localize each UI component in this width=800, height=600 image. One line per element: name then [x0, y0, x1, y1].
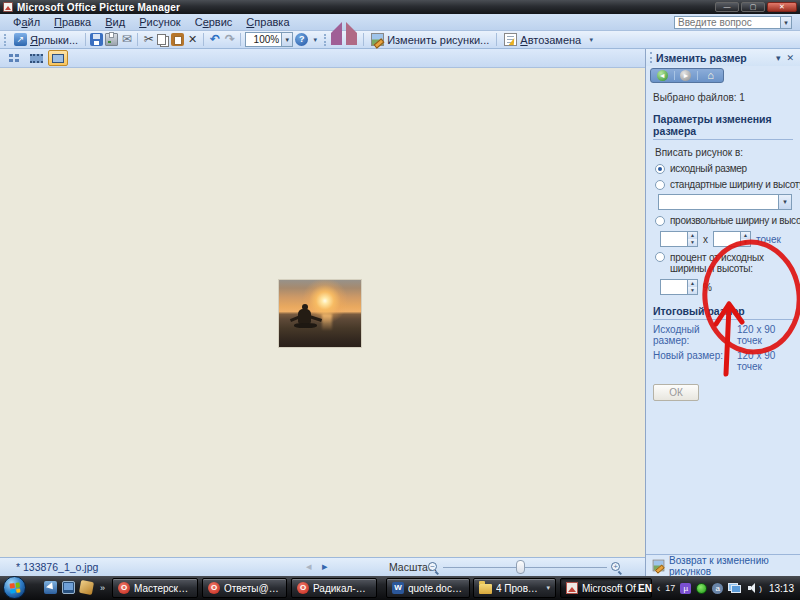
- taskbar-button-radikal[interactable]: O Радикал-Фот...: [291, 578, 377, 598]
- tray-17-icon[interactable]: 17: [665, 583, 675, 593]
- ok-button[interactable]: ОК: [653, 384, 699, 401]
- shortcuts-button[interactable]: ↗ Ярлыки...: [11, 32, 81, 47]
- green-status-tray-icon[interactable]: [696, 583, 707, 594]
- radio-percent-size[interactable]: процент от исходных ширины и высоты:: [655, 252, 800, 274]
- previous-picture-icon[interactable]: ◂: [306, 560, 312, 573]
- quick-launch-chevron-icon[interactable]: »: [100, 583, 105, 593]
- filmstrip-view-button[interactable]: [26, 50, 46, 66]
- taskbar-button-otvety[interactable]: O Ответы@Mail...: [202, 578, 287, 598]
- taskbar-button-masterskaya[interactable]: O Мастерская а...: [112, 578, 198, 598]
- height-stepper[interactable]: ▲▼: [713, 231, 751, 247]
- taskbar-button-word[interactable]: W quote.docx - ...: [386, 578, 470, 598]
- app-icon: [3, 2, 13, 12]
- thumbnail-view-button[interactable]: [4, 50, 24, 66]
- menu-tools[interactable]: Сервис: [188, 15, 240, 29]
- toolbar-options-icon[interactable]: ▾: [310, 37, 320, 43]
- toolbar-grip[interactable]: [324, 34, 327, 46]
- print-button[interactable]: [105, 33, 118, 46]
- radio-standard-size[interactable]: стандартные ширину и высоту:: [655, 179, 800, 190]
- task-pane-grip[interactable]: [650, 52, 653, 63]
- height-input[interactable]: [714, 232, 740, 246]
- volume-tray-icon[interactable]: [748, 583, 758, 593]
- spin-up-icon[interactable]: ▲: [688, 232, 697, 239]
- cut-button[interactable]: ✂: [142, 33, 155, 46]
- network-tray-icon[interactable]: [728, 583, 741, 593]
- radio-custom-size[interactable]: произвольные ширину и высоту:: [655, 215, 800, 226]
- spin-up-icon[interactable]: ▲: [741, 232, 750, 239]
- close-button[interactable]: ✕: [767, 2, 797, 12]
- thumbnail-view-icon: [9, 54, 20, 63]
- agent-tray-icon[interactable]: a: [712, 583, 723, 594]
- toolbar-options-icon[interactable]: ▾: [586, 37, 596, 43]
- combobox-dropdown-icon[interactable]: ▾: [778, 195, 791, 209]
- help-button[interactable]: ?: [295, 33, 308, 46]
- utorrent-tray-icon[interactable]: µ: [680, 583, 691, 594]
- menu-view[interactable]: Вид: [98, 15, 132, 29]
- task-pane-close-icon[interactable]: ✕: [784, 53, 796, 63]
- spin-down-icon[interactable]: ▼: [741, 239, 750, 246]
- sunset-photo[interactable]: [279, 280, 361, 347]
- return-to-editing-link[interactable]: Возврат к изменению рисунков: [669, 555, 800, 577]
- redo-button[interactable]: ↷: [223, 33, 236, 46]
- back-icon[interactable]: ◄: [657, 70, 668, 81]
- zoom-dropdown-icon[interactable]: ▾: [281, 33, 292, 46]
- autocorrect-button[interactable]: Автозамена: [501, 32, 584, 47]
- filmstrip-view-icon: [30, 54, 43, 63]
- paste-button[interactable]: [171, 33, 184, 46]
- zoom-slider-thumb[interactable]: [516, 560, 525, 574]
- mail-button[interactable]: ✉: [120, 33, 133, 46]
- spin-down-icon[interactable]: ▼: [688, 239, 697, 246]
- zoom-slider-track[interactable]: [443, 567, 607, 568]
- zoom-combobox[interactable]: 100% ▾: [245, 32, 293, 47]
- maximize-button[interactable]: ▢: [741, 2, 765, 12]
- ask-question-box[interactable]: ▾: [674, 16, 792, 29]
- rotate-left-button[interactable]: [331, 22, 342, 45]
- show-desktop-icon[interactable]: [62, 581, 75, 594]
- home-icon[interactable]: ⌂: [704, 70, 717, 81]
- toolbar-grip[interactable]: [4, 34, 7, 46]
- percent-input[interactable]: [661, 280, 687, 294]
- copy-button[interactable]: [157, 34, 166, 45]
- menu-edit[interactable]: Правка: [47, 15, 98, 29]
- menu-help[interactable]: Справка: [239, 15, 296, 29]
- radio-original-size[interactable]: исходный размер: [655, 163, 800, 174]
- taskbar-button-explorer-group[interactable]: 4 Проводник ▾: [473, 578, 556, 598]
- size-separator: x: [703, 234, 708, 245]
- ask-question-dropdown-icon[interactable]: ▾: [780, 17, 791, 28]
- width-input[interactable]: [661, 232, 687, 246]
- menu-picture[interactable]: Рисунок: [132, 15, 188, 29]
- ask-question-input[interactable]: [675, 17, 780, 28]
- minimize-button[interactable]: —: [715, 2, 739, 12]
- new-size-label: Новый размер:: [653, 350, 737, 372]
- next-picture-icon[interactable]: ▸: [322, 560, 328, 573]
- save-button[interactable]: [90, 33, 103, 46]
- menu-file[interactable]: Файл: [6, 15, 47, 29]
- quick-launch-icon-1[interactable]: [44, 581, 57, 594]
- title-bar: Microsoft Office Picture Manager — ▢ ✕: [0, 0, 800, 14]
- single-picture-view-button[interactable]: [48, 50, 68, 66]
- radio-icon: [655, 180, 665, 190]
- delete-button[interactable]: ✕: [186, 33, 199, 46]
- start-button[interactable]: [3, 576, 26, 599]
- width-stepper[interactable]: ▲▼: [660, 231, 698, 247]
- rotate-right-button[interactable]: [346, 22, 357, 45]
- clock[interactable]: 13:13: [769, 583, 794, 594]
- word-icon: W: [392, 582, 404, 594]
- original-size-row: Исходный размер: 120 x 90 точек: [653, 324, 800, 346]
- tray-chevron-icon[interactable]: ‹: [657, 583, 660, 594]
- custom-size-row: ▲▼ x ▲▼ точек: [660, 231, 800, 247]
- forward-icon[interactable]: ►: [680, 70, 691, 81]
- standard-size-combobox[interactable]: ▾: [658, 194, 792, 210]
- spin-down-icon[interactable]: ▼: [688, 287, 697, 294]
- switch-windows-icon[interactable]: [79, 580, 94, 595]
- undo-button[interactable]: ↶: [208, 33, 221, 46]
- task-pane-menu-icon[interactable]: ▾: [772, 53, 785, 63]
- zoom-in-icon[interactable]: +: [611, 562, 620, 571]
- edit-pictures-button[interactable]: Изменить рисунки...: [368, 32, 492, 47]
- percent-stepper[interactable]: ▲▼: [660, 279, 698, 295]
- language-indicator[interactable]: EN: [638, 583, 652, 594]
- single-picture-view-icon: [52, 54, 64, 63]
- zoom-out-icon[interactable]: −: [428, 562, 437, 571]
- new-size-value: 120 x 90 точек: [737, 350, 800, 372]
- spin-up-icon[interactable]: ▲: [688, 280, 697, 287]
